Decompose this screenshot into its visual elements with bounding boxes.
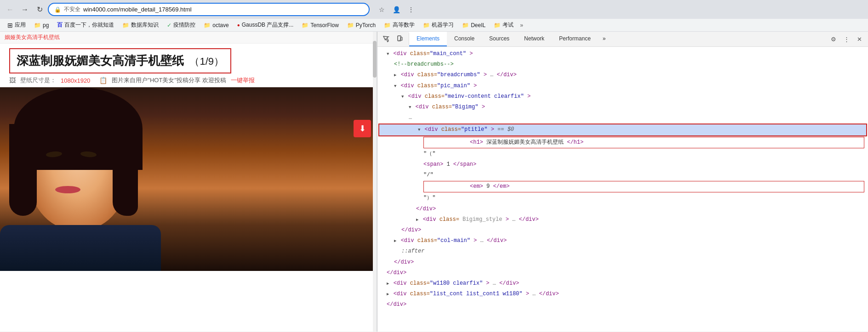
report-link[interactable]: 一键举报 (231, 76, 255, 84)
bookmark-db[interactable]: 📁 数据库知识 (119, 20, 162, 30)
html-line[interactable]: "（" (377, 149, 868, 159)
tab-elements[interactable]: Elements (409, 32, 447, 46)
bookmark-star-button[interactable]: ☆ (375, 3, 388, 16)
triangle-icon[interactable] (416, 217, 418, 223)
bookmarks-more[interactable]: » (518, 21, 525, 30)
bookmark-math[interactable]: 📁 高等数学 (380, 20, 418, 30)
tab-sources[interactable]: Sources (482, 32, 517, 46)
bookmark-pg[interactable]: 📁 pg (30, 21, 52, 30)
devtools-more-tabs[interactable]: » (598, 32, 611, 46)
bookmark-label: 数据库知识 (131, 21, 159, 29)
devtools-content[interactable]: <div class="main_cont" > <!--breadcrumbs… (377, 47, 868, 332)
bookmark-exam[interactable]: 📁 考试 (490, 20, 517, 30)
check-icon: ✓ (167, 22, 171, 28)
bookmark-gaussdb[interactable]: ● GaussDB 产品支撑... (234, 20, 297, 30)
html-line[interactable]: </div> (377, 257, 868, 268)
svg-point-2 (399, 40, 400, 41)
inspect-element-button[interactable] (380, 33, 392, 45)
triangle-icon[interactable] (387, 281, 389, 287)
devtools-settings-button[interactable]: ⚙ (828, 33, 839, 45)
tab-network[interactable]: Network (517, 32, 552, 46)
html-line[interactable]: <div class="col-main" > … </div> (377, 236, 868, 246)
scrollbar-thumb[interactable] (373, 41, 377, 78)
triangle-icon[interactable] (418, 127, 420, 133)
triangle-icon[interactable] (394, 72, 396, 79)
html-line-selected[interactable]: <div class="ptitle" > == $0 (378, 124, 867, 136)
html-h1-line[interactable]: <h1> 深蓝制服妩媚美女高清手机壁纸 </h1> (423, 137, 864, 148)
bookmark-apps[interactable]: ⊞ 应用 (4, 20, 29, 30)
browser-more-button[interactable]: ⋮ (405, 3, 417, 16)
bookmark-pytorch[interactable]: 📁 PyTorch (343, 21, 379, 30)
html-line[interactable]: <div class= Bigimg_style > … </div> (377, 214, 868, 225)
html-ellipsis[interactable]: … (377, 113, 868, 123)
bookmark-label: 应用 (15, 21, 26, 29)
bookmark-ml[interactable]: 📁 机器学习 (419, 20, 457, 30)
address-bar: 🔒 不安全 (48, 3, 370, 16)
folder-icon: 📁 (34, 22, 41, 28)
html-line[interactable]: <div class="breadcrumbs" > … </div> (377, 70, 868, 80)
triangle-icon[interactable] (401, 94, 404, 100)
html-em-line[interactable]: <em> 9 </em> (423, 181, 864, 192)
html-line[interactable]: <div class="w1180 clearfix" > … </div> (377, 278, 868, 289)
html-line[interactable]: <div class="meinv-content clearfix" > (377, 91, 868, 102)
devtools-close-button[interactable]: ✕ (853, 33, 865, 45)
html-line[interactable]: <!--breadcrumbs--> (377, 59, 868, 70)
title-bar: ← → ↻ 🔒 不安全 ☆ 👤 ⋮ (0, 0, 868, 19)
download-button[interactable]: ⬇ (354, 120, 371, 137)
html-line[interactable]: </div> (377, 268, 868, 278)
triangle-icon[interactable] (387, 51, 389, 57)
bookmark-covid[interactable]: ✓ 疫情防控 (163, 20, 199, 30)
back-button[interactable]: ← (4, 3, 17, 16)
html-line[interactable]: ::after (377, 246, 868, 257)
url-input[interactable] (83, 6, 363, 13)
bookmark-tensorflow[interactable]: 📁 TensorFlow (298, 21, 342, 30)
page-scrollbar[interactable] (373, 32, 377, 332)
meta-label2: 图片来自用户"HOT美女"投稿分享 欢迎投稿 (112, 76, 226, 84)
security-icon: 🔒 (54, 6, 61, 13)
meta-size: 1080x1920 (61, 77, 90, 84)
security-label: 不安全 (64, 6, 80, 13)
html-line[interactable]: <div class="Bigimg" > (377, 102, 868, 113)
html-line[interactable]: "）" (377, 193, 868, 203)
folder-icon: 📁 (122, 22, 129, 28)
page-meta: 🖼 壁纸尺寸是： 1080x1920 📋 图片来自用户"HOT美女"投稿分享 欢… (0, 73, 377, 87)
bookmark-deepl[interactable]: 📁 DeeIL (458, 21, 489, 30)
html-line[interactable]: </div> (377, 299, 868, 310)
devtools-tabs: Elements Console Sources Network Perform… (409, 32, 825, 46)
devtools-panel: Elements Console Sources Network Perform… (377, 32, 868, 332)
html-line[interactable]: <div class="list_cont list_cont1 w1180" … (377, 289, 868, 299)
hair-right (113, 115, 138, 216)
main-area: 姻娅美女高清手机壁纸 深蓝制服妩媚美女高清手机壁纸 （1/9） 🖼 壁纸尺寸是：… (0, 32, 868, 332)
bookmark-octave[interactable]: 📁 octave (200, 21, 232, 30)
forward-button[interactable]: → (18, 3, 31, 16)
triangle-icon[interactable] (409, 104, 411, 111)
html-line[interactable]: <div class="main_cont" > (377, 49, 868, 59)
webpage-panel: 姻娅美女高清手机壁纸 深蓝制服妩媚美女高清手机壁纸 （1/9） 🖼 壁纸尺寸是：… (0, 32, 377, 332)
bookmark-label: PyTorch (356, 22, 376, 28)
reload-button[interactable]: ↻ (33, 3, 46, 16)
html-line[interactable]: <span> 1 </span> (377, 159, 868, 170)
bookmark-baidu[interactable]: 百 百度一下，你就知道 (53, 20, 118, 30)
html-line[interactable]: "/" (377, 170, 868, 180)
bookmark-label: 疫情防控 (173, 21, 195, 29)
html-line[interactable]: </div> (377, 225, 868, 236)
gauss-icon: ● (237, 23, 240, 28)
bookmark-label: 考试 (503, 21, 514, 29)
profile-button[interactable]: 👤 (390, 3, 403, 16)
tab-performance[interactable]: Performance (552, 32, 598, 46)
lips (55, 186, 80, 193)
inspect-icon (383, 35, 390, 43)
tab-console[interactable]: Console (447, 32, 482, 46)
bookmark-label: 高等数学 (393, 21, 415, 29)
html-line[interactable]: </div> (377, 204, 868, 214)
baidu-icon: 百 (57, 21, 63, 29)
html-line[interactable]: <div class="pic_main" > (377, 81, 868, 91)
triangle-icon[interactable] (387, 291, 389, 298)
triangle-icon[interactable] (394, 83, 396, 90)
devtools-icons (377, 33, 409, 45)
device-toolbar-button[interactable] (394, 33, 406, 45)
triangle-icon[interactable] (394, 238, 396, 244)
svg-rect-1 (400, 37, 402, 40)
devtools-options-button[interactable]: ⋮ (840, 33, 852, 45)
bookmark-label: 机器学习 (432, 21, 454, 29)
